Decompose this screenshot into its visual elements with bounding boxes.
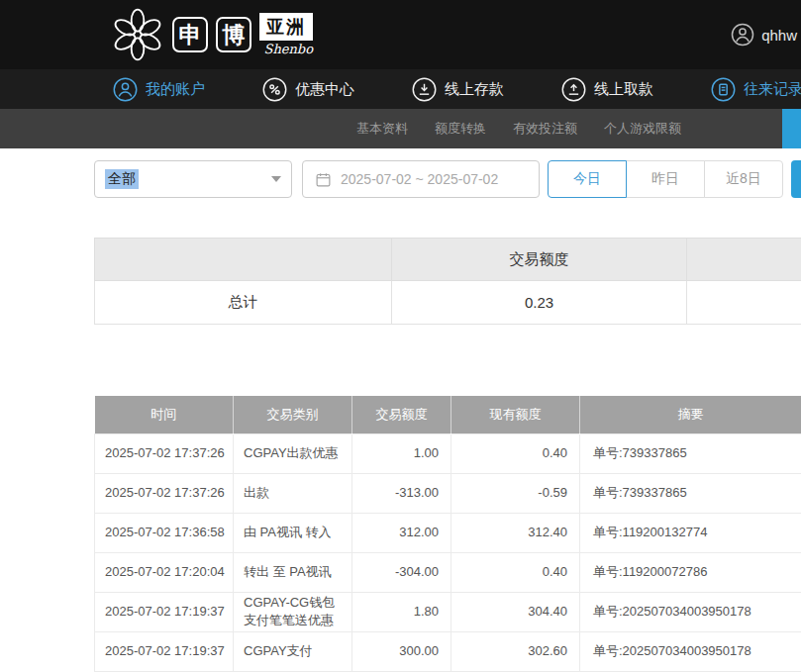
cell-time: 2025-07-02 17:20:04 <box>95 552 234 592</box>
type-select-value: 全部 <box>105 169 139 189</box>
last-8-days-button[interactable]: 近8日 <box>704 160 783 198</box>
user-account-menu[interactable]: qhhw <box>731 0 797 69</box>
col-header-amount: 交易额度 <box>352 396 451 433</box>
cell-type: CGPAY出款优惠 <box>234 433 352 473</box>
cell-balance: 0.40 <box>451 433 580 473</box>
logo-region-block: 亚洲 Shenbo <box>259 13 313 56</box>
brand-logo[interactable]: 申 博 亚洲 Shenbo <box>111 8 313 61</box>
calendar-icon <box>315 171 332 188</box>
col-header-time: 时间 <box>95 396 234 433</box>
cell-balance: 302.60 <box>451 631 580 671</box>
withdraw-icon <box>561 77 586 102</box>
nav-label: 往来记录 <box>744 80 801 99</box>
col-header-summary: 摘要 <box>580 396 801 433</box>
summary-header-amount: 交易额度 <box>392 239 687 281</box>
summary-total-row: 总计 0.23 <box>95 281 801 325</box>
nav-item-deposit[interactable]: 线上存款 <box>412 77 504 102</box>
cell-type: CGPAY-CG钱包支付笔笔送优惠 <box>234 592 352 631</box>
sub-nav: 基本资料 额度转换 有效投注额 个人游戏限额 <box>0 109 801 148</box>
yesterday-button[interactable]: 昨日 <box>626 160 705 198</box>
cell-summary: 单号:119200072786 <box>580 552 801 592</box>
nav-label: 我的账户 <box>146 80 205 99</box>
subnav-item-game-limits[interactable]: 个人游戏限额 <box>604 120 681 138</box>
cell-balance: 0.40 <box>451 552 580 592</box>
cell-time: 2025-07-02 17:19:37 <box>95 631 234 671</box>
cell-time: 2025-07-02 17:37:26 <box>95 473 234 513</box>
nav-item-promotions[interactable]: 优惠中心 <box>262 77 354 102</box>
table-row: 2025-07-02 17:37:26 出款 -313.00 -0.59 单号:… <box>95 473 801 513</box>
cell-time: 2025-07-02 17:37:26 <box>95 433 234 473</box>
summary-total-value: 0.23 <box>392 281 687 325</box>
cell-summary: 单号:739337865 <box>580 473 801 513</box>
flower-logo-icon <box>111 8 164 61</box>
avatar-icon <box>731 23 754 47</box>
nav-item-my-account[interactable]: 我的账户 <box>113 77 205 102</box>
logo-script-text: Shenbo <box>264 42 314 56</box>
cell-balance: 312.40 <box>451 513 580 552</box>
subnav-item-credit-transfer[interactable]: 额度转换 <box>435 120 486 138</box>
subnav-active-tab-partial[interactable] <box>782 109 801 148</box>
cell-amount: 312.00 <box>352 513 451 552</box>
nav-label: 优惠中心 <box>295 80 354 99</box>
cell-type: 由 PA视讯 转入 <box>234 513 352 552</box>
cell-balance: 304.40 <box>451 592 580 631</box>
top-bar: 申 博 亚洲 Shenbo qhhw <box>0 0 801 69</box>
filter-row: 全部 2025-07-02 ~ 2025-07-02 今日 昨日 近8日 <box>94 160 783 198</box>
cell-amount: -313.00 <box>352 473 451 513</box>
table-row: 2025-07-02 17:19:37 CGPAY支付 300.00 302.6… <box>95 631 801 671</box>
subnav-item-basic-info[interactable]: 基本资料 <box>356 120 408 138</box>
date-range-input[interactable]: 2025-07-02 ~ 2025-07-02 <box>302 160 540 198</box>
cell-type: CGPAY支付 <box>234 631 352 671</box>
summary-header-row: 交易额度 <box>95 239 801 281</box>
nav-item-records[interactable]: 往来记录 <box>711 77 801 102</box>
type-select[interactable]: 全部 <box>94 160 292 198</box>
content-area: 全部 2025-07-02 ~ 2025-07-02 今日 昨日 近8日 交易额… <box>0 148 801 672</box>
today-button[interactable]: 今日 <box>548 160 627 198</box>
nav-label: 线上存款 <box>445 80 504 99</box>
chevron-down-icon <box>271 176 281 182</box>
table-row: 2025-07-02 17:36:58 由 PA视讯 转入 312.00 312… <box>95 513 801 552</box>
promo-icon <box>262 77 287 102</box>
cell-summary: 单号:739337865 <box>580 433 801 473</box>
cell-amount: 300.00 <box>352 631 451 671</box>
search-button-partial[interactable] <box>791 160 801 198</box>
cell-time: 2025-07-02 17:19:37 <box>95 592 234 631</box>
records-header-row: 时间 交易类别 交易额度 现有额度 摘要 <box>95 396 801 433</box>
logo-char-bo: 博 <box>216 17 251 52</box>
cell-amount: 1.80 <box>352 592 451 631</box>
date-range-value: 2025-07-02 ~ 2025-07-02 <box>341 171 498 187</box>
summary-header-cutoff <box>687 239 801 281</box>
summary-total-cutoff <box>687 281 801 325</box>
deposit-icon <box>412 77 437 102</box>
col-header-balance: 现有额度 <box>451 396 580 433</box>
cell-type: 转出 至 PA视讯 <box>234 552 352 592</box>
cell-summary: 单号:202507034003950178 <box>580 631 801 671</box>
records-table: 时间 交易类别 交易额度 现有额度 摘要 2025-07-02 17:37:26… <box>94 396 801 672</box>
subnav-item-valid-bets[interactable]: 有效投注额 <box>513 120 577 138</box>
table-row: 2025-07-02 17:20:04 转出 至 PA视讯 -304.00 0.… <box>95 552 801 592</box>
username-text: qhhw <box>761 27 797 44</box>
table-row: 2025-07-02 17:19:37 CGPAY-CG钱包支付笔笔送优惠 1.… <box>95 592 801 631</box>
summary-table: 交易额度 总计 0.23 <box>94 238 801 325</box>
nav-label: 线上取款 <box>594 80 653 99</box>
quick-date-button-group: 今日 昨日 近8日 <box>548 160 783 198</box>
main-nav: 我的账户 优惠中心 线上存款 线上取款 <box>0 69 801 109</box>
cell-amount: -304.00 <box>352 552 451 592</box>
logo-char-shen: 申 <box>172 17 208 52</box>
cell-time: 2025-07-02 17:36:58 <box>95 513 234 552</box>
cell-summary: 单号:119200132774 <box>580 513 801 552</box>
cell-amount: 1.00 <box>352 433 451 473</box>
summary-header-empty <box>95 239 392 281</box>
cell-type: 出款 <box>234 473 352 513</box>
nav-item-withdrawal[interactable]: 线上取款 <box>561 77 653 102</box>
logo-region-text: 亚洲 <box>259 13 313 41</box>
cell-summary: 单号:202507034003950178 <box>580 592 801 631</box>
col-header-type: 交易类别 <box>234 396 352 433</box>
records-icon <box>711 77 736 102</box>
summary-total-label: 总计 <box>95 281 392 325</box>
user-icon <box>113 77 138 102</box>
cell-balance: -0.59 <box>451 473 580 513</box>
table-row: 2025-07-02 17:37:26 CGPAY出款优惠 1.00 0.40 … <box>95 433 801 473</box>
